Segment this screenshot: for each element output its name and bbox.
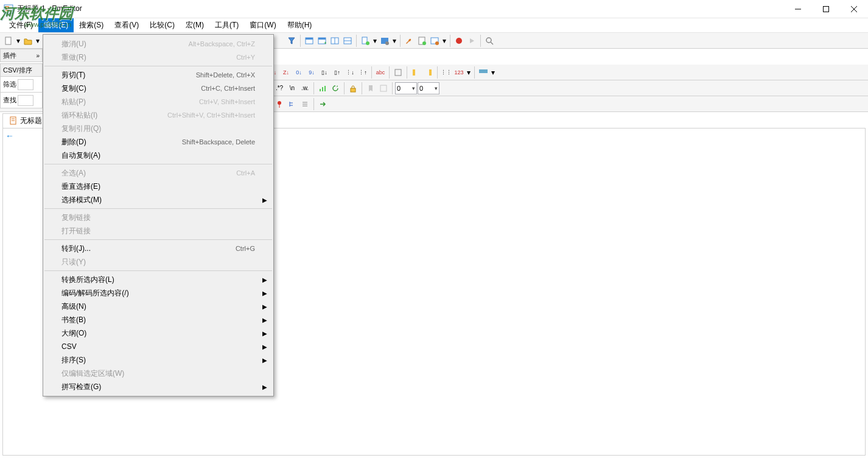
menu-file[interactable]: 文件(F)	[4, 18, 38, 32]
doc-compare-icon[interactable]	[359, 35, 371, 47]
sort-len-desc-icon[interactable]: ⋮↑	[357, 66, 369, 79]
bookmark-icon[interactable]	[365, 82, 377, 94]
pin-icon[interactable]	[273, 98, 285, 110]
svg-rect-35	[351, 88, 355, 92]
csv-header[interactable]: CSV/排序	[0, 63, 43, 77]
open-file-icon[interactable]	[22, 35, 34, 47]
properties-icon[interactable]	[416, 35, 428, 47]
menu-item-label: 书签(B)	[61, 315, 255, 325]
sort-09-icon[interactable]: 0↓	[293, 66, 305, 79]
refresh-icon[interactable]	[329, 82, 341, 94]
num-icon[interactable]: 123	[453, 66, 465, 79]
menu-view[interactable]: 查看(V)	[109, 18, 144, 32]
menu-item[interactable]: 书签(B)▶	[43, 313, 273, 326]
sort-len-asc-icon[interactable]: ⋮↓	[344, 66, 356, 79]
dropdown-arrow-icon[interactable]: ▾	[441, 35, 447, 47]
menu-item[interactable]: 转换所选内容(L)▶	[43, 273, 273, 286]
side-panel: 插件» CSV/排序 筛选 查找	[0, 49, 43, 108]
edit-dropdown-menu: 撤消(U)Alt+Backspace, Ctrl+Z重做(R)Ctrl+Y剪切(…	[43, 34, 274, 396]
menu-item-label: 排序(S)	[61, 355, 255, 365]
color-icon[interactable]	[477, 66, 489, 79]
grid-icon[interactable]	[392, 66, 404, 79]
sort-90-icon[interactable]: 9↓	[306, 66, 318, 79]
split-h-icon[interactable]	[329, 35, 341, 47]
menu-macro[interactable]: 宏(M)	[180, 18, 209, 32]
menu-window[interactable]: 窗口(W)	[244, 18, 281, 32]
submenu-arrow-icon: ▶	[262, 317, 267, 323]
close-button[interactable]	[840, 0, 868, 18]
filter-input[interactable]	[18, 79, 33, 90]
menu-item[interactable]: 转到(J)...Ctrl+G	[43, 242, 273, 255]
menu-item[interactable]: CSV▶	[43, 340, 273, 353]
svg-point-17	[422, 41, 426, 45]
combo-1[interactable]: 0▾	[395, 82, 417, 94]
arrow-right-icon[interactable]	[317, 98, 329, 110]
sort-za-icon[interactable]: Z↓	[280, 66, 292, 79]
menu-item[interactable]: 拼写检查(G)▶	[43, 380, 273, 393]
menu-item[interactable]: 高级(N)▶	[43, 300, 273, 313]
menu-item[interactable]: 编码/解码所选内容(/)▶	[43, 286, 273, 300]
dropdown-arrow-icon[interactable]: ▾	[466, 66, 472, 79]
wrench-icon[interactable]	[403, 35, 415, 47]
window-icon[interactable]	[303, 35, 315, 47]
menu-item-label: 删除(D)	[61, 137, 182, 147]
minimize-button[interactable]	[784, 0, 812, 18]
menu-item[interactable]: 垂直选择(E)	[43, 180, 273, 193]
split-v-icon[interactable]	[341, 35, 354, 47]
list-icon[interactable]	[299, 98, 311, 110]
play-icon[interactable]	[466, 35, 478, 47]
window-gear-icon[interactable]	[379, 35, 391, 47]
menu-tools[interactable]: 工具(T)	[209, 18, 244, 32]
menu-item-label: 撤消(U)	[61, 39, 189, 49]
lock-icon[interactable]	[347, 82, 359, 94]
sort-desc-icon[interactable]: ▯↑	[331, 66, 343, 79]
new-file-icon[interactable]	[2, 35, 15, 47]
document-tab[interactable]: 无标题	[2, 113, 49, 129]
regex-icon[interactable]: .*?	[273, 82, 285, 94]
combo-2[interactable]: 0▾	[418, 82, 439, 94]
menu-item[interactable]: 自动复制(A)	[43, 149, 273, 162]
menu-item[interactable]: 删除(D)Shift+Backspace, Delete	[43, 135, 273, 149]
row-num-icon[interactable]: ⋮⋮	[440, 66, 452, 79]
svg-rect-6	[318, 38, 326, 40]
newline-icon[interactable]: \n	[286, 82, 298, 94]
col-right-icon[interactable]	[422, 66, 435, 79]
col-left-icon[interactable]	[410, 66, 422, 79]
dropdown-arrow-icon[interactable]: ▾	[15, 35, 21, 47]
menu-item[interactable]: 排序(S)▶	[43, 353, 273, 367]
menu-help[interactable]: 帮助(H)	[282, 18, 318, 32]
menu-search[interactable]: 搜索(S)	[74, 18, 109, 32]
find-input[interactable]	[18, 95, 33, 106]
menu-item[interactable]: 复制(C)Ctrl+C, Ctrl+Insert	[43, 82, 273, 95]
dropdown-arrow-icon[interactable]: ▾	[372, 35, 378, 47]
separator	[362, 82, 362, 94]
menu-item: 粘贴(P)Ctrl+V, Shift+Insert	[43, 95, 273, 108]
dropdown-arrow-icon[interactable]: ▾	[391, 35, 397, 47]
search-icon[interactable]	[483, 35, 495, 47]
menu-item: 仅编辑选定区域(W)	[43, 367, 273, 380]
dropdown-arrow-icon[interactable]: ▾	[490, 66, 496, 79]
chart-icon[interactable]	[317, 82, 329, 94]
sort-asc-icon[interactable]: ▯↓	[318, 66, 331, 79]
tools-icon[interactable]	[429, 35, 441, 47]
filter-icon[interactable]	[285, 35, 298, 47]
menu-item[interactable]: 剪切(T)Shift+Delete, Ctrl+X	[43, 68, 273, 82]
record-icon[interactable]	[453, 35, 465, 47]
menu-item-label: 重做(R)	[61, 52, 236, 63]
menu-edit[interactable]: 编辑(E)	[38, 18, 74, 32]
menu-compare[interactable]: 比较(C)	[144, 18, 180, 32]
menu-item[interactable]: 大纲(O)▶	[43, 326, 273, 340]
plugins-header[interactable]: 插件»	[0, 49, 43, 62]
window-plus-icon[interactable]: +	[316, 35, 328, 47]
maximize-button[interactable]	[812, 0, 840, 18]
tree-icon[interactable]	[286, 98, 298, 110]
menu-item[interactable]: 选择模式(M)▶	[43, 193, 273, 206]
extract-icon[interactable]	[377, 82, 390, 94]
menu-item-label: 拼写检查(G)	[61, 382, 255, 392]
word-icon[interactable]: .w.	[299, 82, 311, 94]
menu-shortcut: Ctrl+Shift+V, Ctrl+Shift+Insert	[167, 111, 255, 119]
titlebar: 无标题-1 - EmEditor	[0, 0, 868, 18]
spellcheck-icon[interactable]: abc	[374, 66, 387, 79]
svg-rect-36	[380, 85, 387, 91]
dropdown-arrow-icon[interactable]: ▾	[35, 35, 41, 47]
